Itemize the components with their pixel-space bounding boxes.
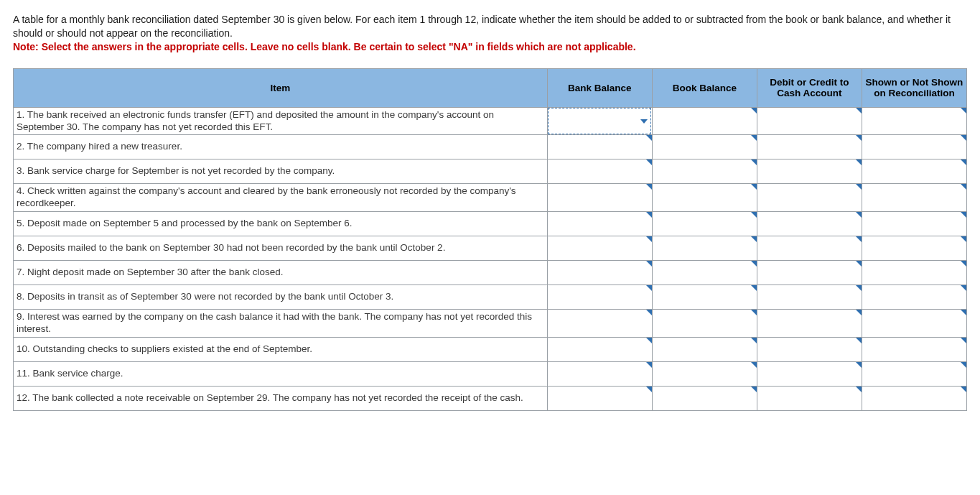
answer-cell-debit_credit[interactable]	[757, 337, 862, 361]
answer-cell-shown[interactable]	[862, 337, 966, 361]
dropdown-notch-icon	[961, 184, 966, 190]
dropdown-notch-icon	[646, 310, 652, 315]
answer-cell-book_balance[interactable]	[652, 236, 757, 261]
answer-cell-debit_credit[interactable]	[757, 261, 862, 285]
answer-cell-debit_credit[interactable]	[757, 159, 862, 184]
dropdown-notch-icon	[856, 362, 862, 368]
item-cell: 9. Interest was earned by the company on…	[14, 310, 548, 338]
dropdown-notch-icon	[856, 108, 862, 114]
answer-cell-shown[interactable]	[862, 135, 966, 159]
instructions-line1: A table for a monthly bank reconciliatio…	[13, 13, 967, 40]
answer-cell-bank_balance[interactable]	[547, 310, 652, 338]
dropdown-notch-icon	[961, 212, 966, 218]
answer-cell-shown[interactable]	[862, 184, 966, 212]
answer-cell-book_balance[interactable]	[652, 386, 757, 410]
table-row: 6. Deposits mailed to the bank on Septem…	[14, 236, 967, 261]
item-cell: 5. Deposit made on September 5 and proce…	[14, 212, 548, 236]
dropdown-notch-icon	[856, 310, 862, 315]
item-cell: 7. Night deposit made on September 30 af…	[14, 261, 548, 285]
table-row: 7. Night deposit made on September 30 af…	[14, 261, 967, 285]
table-row: 9. Interest was earned by the company on…	[14, 310, 967, 338]
dropdown-notch-icon	[961, 285, 966, 291]
dropdown-notch-icon	[856, 212, 862, 218]
dropdown-notch-icon	[961, 362, 966, 368]
item-cell: 4. Check written against the company's a…	[14, 184, 548, 212]
answer-cell-shown[interactable]	[862, 107, 966, 135]
answer-cell-shown[interactable]	[862, 285, 966, 310]
answer-cell-book_balance[interactable]	[652, 159, 757, 184]
header-shown: Shown or Not Shown on Reconciliation	[862, 68, 966, 107]
answer-cell-debit_credit[interactable]	[757, 310, 862, 338]
answer-cell-bank_balance[interactable]	[547, 361, 652, 386]
dropdown-notch-icon	[751, 135, 757, 141]
item-cell: 1. The bank received an electronic funds…	[14, 107, 548, 135]
answer-cell-bank_balance[interactable]	[547, 159, 652, 184]
answer-cell-bank_balance[interactable]	[547, 212, 652, 236]
table-row: 1. The bank received an electronic funds…	[14, 107, 967, 135]
answer-cell-bank_balance[interactable]	[547, 184, 652, 212]
table-header-row: Item Bank Balance Book Balance Debit or …	[14, 68, 967, 107]
answer-cell-debit_credit[interactable]	[757, 107, 862, 135]
table-row: 11. Bank service charge.	[14, 361, 967, 386]
answer-cell-shown[interactable]	[862, 361, 966, 386]
table-row: 4. Check written against the company's a…	[14, 184, 967, 212]
reconciliation-table: Item Bank Balance Book Balance Debit or …	[13, 68, 967, 411]
item-cell: 12. The bank collected a note receivable…	[14, 386, 548, 410]
answer-cell-debit_credit[interactable]	[757, 236, 862, 261]
answer-cell-bank_balance[interactable]	[547, 107, 652, 135]
header-debit-credit: Debit or Credit to Cash Account	[757, 68, 862, 107]
dropdown-notch-icon	[751, 184, 757, 190]
answer-cell-book_balance[interactable]	[652, 285, 757, 310]
answer-cell-book_balance[interactable]	[652, 212, 757, 236]
answer-cell-book_balance[interactable]	[652, 261, 757, 285]
dropdown-notch-icon	[856, 184, 862, 190]
answer-cell-book_balance[interactable]	[652, 107, 757, 135]
table-row: 3. Bank service charge for September is …	[14, 159, 967, 184]
answer-cell-debit_credit[interactable]	[757, 135, 862, 159]
dropdown-notch-icon	[751, 362, 757, 368]
dropdown-notch-icon	[856, 285, 862, 291]
answer-cell-bank_balance[interactable]	[547, 386, 652, 410]
table-row: 2. The company hired a new treasurer.	[14, 135, 967, 159]
dropdown-notch-icon	[646, 184, 652, 190]
table-row: 12. The bank collected a note receivable…	[14, 386, 967, 410]
table-row: 10. Outstanding checks to suppliers exis…	[14, 337, 967, 361]
answer-cell-shown[interactable]	[862, 386, 966, 410]
answer-cell-debit_credit[interactable]	[757, 361, 862, 386]
answer-cell-debit_credit[interactable]	[757, 386, 862, 410]
dropdown-notch-icon	[751, 338, 757, 343]
answer-cell-book_balance[interactable]	[652, 310, 757, 338]
header-book-balance: Book Balance	[652, 68, 757, 107]
answer-cell-book_balance[interactable]	[652, 361, 757, 386]
answer-cell-bank_balance[interactable]	[547, 285, 652, 310]
dropdown-notch-icon	[646, 236, 652, 242]
answer-cell-debit_credit[interactable]	[757, 184, 862, 212]
answer-cell-debit_credit[interactable]	[757, 212, 862, 236]
dropdown-notch-icon	[961, 159, 966, 165]
answer-cell-book_balance[interactable]	[652, 337, 757, 361]
dropdown-notch-icon	[751, 261, 757, 267]
answer-cell-shown[interactable]	[862, 212, 966, 236]
dropdown-notch-icon	[646, 135, 652, 141]
dropdown-notch-icon	[646, 285, 652, 291]
table-row: 8. Deposits in transit as of September 3…	[14, 285, 967, 310]
answer-cell-bank_balance[interactable]	[547, 236, 652, 261]
dropdown-notch-icon	[751, 159, 757, 165]
answer-cell-shown[interactable]	[862, 159, 966, 184]
dropdown-notch-icon	[646, 261, 652, 267]
answer-cell-debit_credit[interactable]	[757, 285, 862, 310]
answer-cell-shown[interactable]	[862, 261, 966, 285]
dropdown-notch-icon	[856, 159, 862, 165]
answer-cell-book_balance[interactable]	[652, 135, 757, 159]
answer-cell-book_balance[interactable]	[652, 184, 757, 212]
dropdown-notch-icon	[961, 261, 966, 267]
instructions-block: A table for a monthly bank reconciliatio…	[13, 13, 967, 54]
answer-cell-bank_balance[interactable]	[547, 261, 652, 285]
dropdown-notch-icon	[751, 387, 757, 392]
answer-cell-shown[interactable]	[862, 310, 966, 338]
answer-cell-shown[interactable]	[862, 236, 966, 261]
answer-cell-bank_balance[interactable]	[547, 337, 652, 361]
table-row: 5. Deposit made on September 5 and proce…	[14, 212, 967, 236]
answer-cell-bank_balance[interactable]	[547, 135, 652, 159]
dropdown-notch-icon	[856, 387, 862, 392]
